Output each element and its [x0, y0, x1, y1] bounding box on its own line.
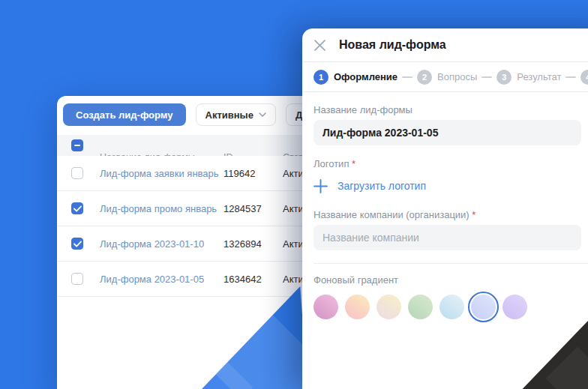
- close-icon: [314, 40, 326, 51]
- lead-form-link[interactable]: Лид-форма промо январь: [100, 191, 217, 226]
- select-all-checkbox[interactable]: [71, 139, 83, 151]
- step-result[interactable]: 3 Результат: [496, 70, 561, 85]
- lead-form-link[interactable]: Лид-форма 2023-01-05: [100, 262, 204, 297]
- step-indicator: 1 Оформление 2 Вопросы 3 Результат 4 Нас…: [302, 62, 588, 92]
- close-button[interactable]: [311, 37, 328, 53]
- step-label: Оформление: [334, 71, 398, 82]
- row-checkbox[interactable]: [71, 167, 83, 179]
- company-name-input[interactable]: [314, 225, 581, 250]
- required-mark: *: [472, 209, 476, 220]
- gradient-swatches: [314, 295, 588, 319]
- plus-icon: [314, 179, 328, 193]
- step-questions[interactable]: 2 Вопросы: [417, 70, 477, 85]
- step-number: 1: [314, 70, 328, 85]
- chevron-down-icon: [259, 112, 266, 117]
- lead-form-link[interactable]: Лид-форма 2023-01-10: [100, 226, 204, 262]
- row-checkbox[interactable]: [71, 202, 83, 214]
- lead-form-id: 119642: [224, 156, 255, 191]
- gradient-swatch-lavender[interactable]: [471, 295, 496, 319]
- step-separator: [566, 76, 576, 78]
- gradient-swatch-green[interactable]: [408, 295, 433, 319]
- lead-form-link[interactable]: Лид-форма заявки январь: [100, 156, 219, 191]
- lead-form-id: 1634642: [224, 262, 262, 297]
- gradient-swatch-yellow[interactable]: [376, 295, 401, 319]
- row-checkbox[interactable]: [71, 273, 83, 285]
- gradient-swatch-blue[interactable]: [440, 295, 464, 319]
- background-gradient-label: Фоновый градиент: [314, 274, 588, 286]
- row-checkbox[interactable]: [71, 238, 83, 250]
- section-divider: [314, 263, 588, 264]
- check-icon: [74, 241, 82, 247]
- upload-logo-button[interactable]: Загрузить логотип: [314, 177, 426, 195]
- lead-form-id: 1284537: [224, 191, 262, 226]
- filter-dropdown-label: Активные: [206, 109, 254, 121]
- required-mark: *: [352, 158, 356, 169]
- step-label: Результат: [517, 71, 561, 82]
- modal-header: Новая лид-форма: [302, 28, 588, 62]
- gradient-swatch-peach[interactable]: [345, 295, 370, 319]
- step-label: Вопросы: [437, 71, 477, 82]
- form-name-input[interactable]: [314, 120, 581, 145]
- logo-label: Логотип *: [314, 158, 588, 169]
- check-icon: [74, 205, 82, 212]
- step-settings[interactable]: 4 Настройки: [580, 70, 588, 85]
- form-name-label: Название лид-формы: [314, 104, 588, 115]
- step-separator: [482, 76, 492, 78]
- gradient-swatch-purple[interactable]: [502, 295, 527, 319]
- filter-dropdown[interactable]: Активные: [196, 103, 276, 126]
- step-design[interactable]: 1 Оформление: [314, 70, 398, 85]
- step-number: 2: [417, 70, 432, 85]
- new-lead-form-modal: Новая лид-форма 1 Оформление 2 Вопросы 3…: [302, 28, 588, 389]
- step-number: 3: [496, 70, 512, 85]
- upload-logo-label: Загрузить логотип: [338, 180, 426, 192]
- step-number: 4: [580, 70, 588, 85]
- gradient-swatch-pink[interactable]: [314, 295, 338, 319]
- create-lead-form-button[interactable]: Создать лид-форму: [63, 103, 186, 126]
- lead-form-id: 1326894: [224, 226, 262, 262]
- modal-title: Новая лид-форма: [339, 38, 446, 52]
- company-name-label: Название компании (организации) *: [314, 209, 588, 220]
- modal-body: Название лид-формы Логотип * Загрузить л…: [302, 92, 588, 319]
- step-separator: [402, 76, 412, 78]
